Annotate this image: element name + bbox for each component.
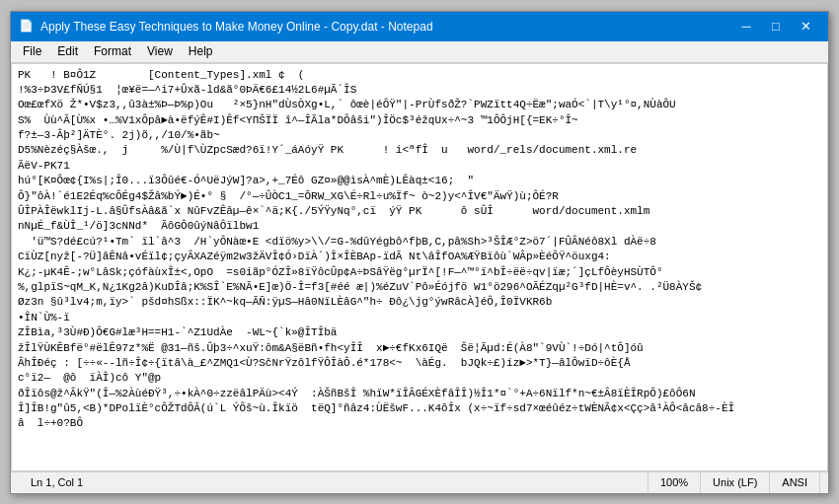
title-bar-left: 📄 Apply These Easy Techniques to Make Mo… [19, 19, 731, 35]
menu-file[interactable]: File [15, 41, 49, 62]
close-button[interactable]: ✕ [791, 12, 820, 41]
status-bar: Ln 1, Col 1 100% Unix (LF) ANSI [11, 471, 828, 493]
menu-edit[interactable]: Edit [49, 41, 86, 62]
text-area-container: PK ! B¤Ô1Z [Content_Types].xml ¢ ( !%3÷Þ… [11, 63, 828, 471]
window-title: Apply These Easy Techniques to Make Mone… [40, 20, 433, 34]
text-content[interactable]: PK ! B¤Ô1Z [Content_Types].xml ¢ ( !%3÷Þ… [12, 64, 827, 470]
app-icon: 📄 [19, 19, 35, 35]
minimize-button[interactable]: ─ [731, 12, 761, 41]
menu-format[interactable]: Format [86, 41, 139, 62]
menu-view[interactable]: View [139, 41, 181, 62]
notepad-window: 📄 Apply These Easy Techniques to Make Mo… [10, 11, 829, 494]
status-zoom: 100% [648, 472, 701, 493]
title-buttons: ─ □ ✕ [731, 12, 820, 41]
title-bar: 📄 Apply These Easy Techniques to Make Mo… [11, 12, 828, 41]
status-line-ending: Unix (LF) [701, 472, 770, 493]
maximize-button[interactable]: □ [761, 12, 791, 41]
menu-help[interactable]: Help [181, 41, 221, 62]
menu-bar: File Edit Format View Help [11, 41, 828, 63]
status-position: Ln 1, Col 1 [19, 472, 648, 493]
status-encoding: ANSI [770, 472, 820, 493]
